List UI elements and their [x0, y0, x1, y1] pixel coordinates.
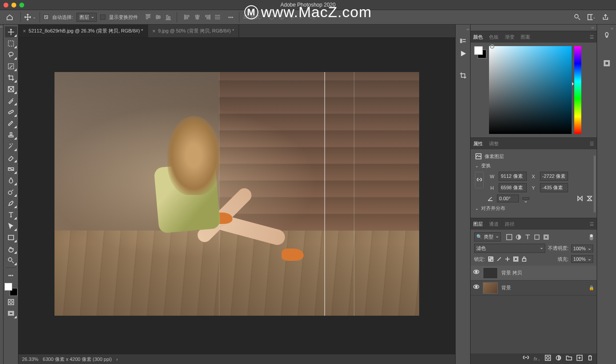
3d-zoom-button[interactable] — [307, 12, 317, 22]
hue-slider[interactable] — [574, 46, 581, 134]
zoom-window-button[interactable] — [19, 3, 24, 7]
quick-mask-button[interactable] — [5, 296, 17, 307]
edit-toolbar-button[interactable]: ••• — [5, 270, 17, 281]
tab-adjustments[interactable]: 调整 — [489, 141, 499, 147]
frame-tool[interactable] — [5, 83, 17, 94]
3d-orbit-button[interactable] — [267, 12, 276, 22]
crop-panel-icon[interactable] — [459, 71, 467, 80]
color-swatches-tool[interactable] — [4, 283, 18, 296]
filter-pixel-icon[interactable] — [506, 234, 512, 240]
layer-fx-button[interactable]: fx⌄ — [533, 356, 540, 361]
eraser-tool[interactable] — [5, 152, 17, 163]
layer-name[interactable]: 背景 拷贝 — [501, 270, 594, 276]
close-tab-icon[interactable]: × — [23, 28, 26, 34]
minimize-window-button[interactable] — [11, 3, 16, 7]
crop-tool[interactable] — [5, 72, 17, 83]
blur-tool[interactable] — [5, 175, 17, 186]
zoom-status[interactable]: 26.33% — [22, 357, 38, 362]
doc-info-chevron[interactable]: › — [116, 357, 118, 362]
new-layer-button[interactable] — [576, 355, 583, 363]
libraries-panel-icon[interactable] — [602, 59, 611, 68]
align-section-header[interactable]: 对齐并分布 — [475, 205, 592, 212]
lock-artboard-button[interactable] — [513, 256, 519, 262]
3d-slide-button[interactable] — [297, 12, 307, 22]
auto-select-checkbox[interactable]: ✓ — [43, 14, 49, 20]
lock-position-button[interactable] — [504, 256, 511, 262]
share-button[interactable] — [601, 13, 610, 22]
brush-tool[interactable] — [5, 118, 17, 129]
tab-layers[interactable]: 图层 — [473, 221, 483, 227]
actions-panel-icon[interactable] — [459, 49, 467, 58]
doc-info[interactable]: 6300 像素 x 4200 像素 (300 ppi) — [43, 356, 112, 363]
lock-all-button[interactable] — [521, 256, 527, 262]
type-tool[interactable] — [5, 209, 17, 220]
learn-panel-icon[interactable] — [602, 31, 611, 40]
close-tab-icon[interactable]: × — [152, 28, 156, 34]
height-field[interactable]: 6598 像素 — [499, 183, 527, 192]
auto-select-target-select[interactable]: 图层 — [76, 13, 97, 22]
angle-dropdown[interactable] — [522, 197, 529, 200]
move-tool-indicator[interactable]: ⌄ — [24, 14, 36, 21]
layer-mask-button[interactable] — [545, 355, 551, 363]
distribute-button[interactable] — [213, 12, 222, 22]
delete-layer-button[interactable] — [587, 355, 593, 363]
flip-h-icon[interactable] — [576, 195, 583, 202]
align-bottom-button[interactable] — [163, 12, 173, 22]
y-field[interactable]: -435 像素 — [540, 183, 568, 192]
link-wh-button[interactable] — [475, 172, 484, 188]
path-select-tool[interactable] — [5, 220, 17, 231]
shape-tool[interactable] — [5, 232, 17, 243]
align-hcenter-button[interactable] — [192, 12, 202, 22]
history-panel-icon[interactable] — [459, 36, 467, 45]
panel-scrollbar[interactable] — [594, 155, 596, 213]
layer-thumbnail[interactable] — [483, 267, 498, 279]
panel-menu-button[interactable]: ☰ — [590, 34, 594, 40]
panel-menu-button[interactable]: ☰ — [590, 221, 594, 227]
align-vcenter-button[interactable] — [153, 12, 163, 22]
filter-adjust-icon[interactable] — [515, 234, 522, 240]
show-transform-checkbox[interactable] — [100, 14, 105, 20]
filter-smart-icon[interactable] — [543, 234, 549, 240]
layer-filter-select[interactable]: 🔍 类型 — [474, 232, 501, 241]
quick-select-tool[interactable] — [5, 61, 17, 72]
move-tool[interactable] — [5, 26, 17, 37]
screen-mode-button[interactable] — [5, 308, 17, 319]
filter-shape-icon[interactable] — [534, 234, 540, 240]
tab-paths[interactable]: 路径 — [505, 221, 515, 227]
history-brush-tool[interactable] — [5, 141, 17, 151]
layer-row[interactable]: 背景 🔒 — [471, 281, 597, 296]
zoom-tool[interactable] — [5, 255, 17, 266]
close-window-button[interactable] — [4, 3, 8, 7]
new-group-button[interactable] — [566, 355, 572, 363]
tab-gradients[interactable]: 渐变 — [505, 34, 515, 40]
3d-roll-button[interactable] — [277, 12, 286, 22]
eyedropper-tool[interactable] — [5, 95, 17, 106]
more-align-button[interactable]: ••• — [226, 12, 236, 22]
angle-field[interactable]: 0.00° — [497, 195, 519, 202]
tab-properties[interactable]: 属性 — [473, 141, 483, 147]
layer-row[interactable]: 背景 拷贝 — [471, 266, 597, 281]
search-button[interactable] — [573, 13, 582, 22]
lasso-tool[interactable] — [5, 49, 17, 60]
document-tab[interactable]: ×9.jpg @ 50% (背景 拷贝, RGB/8#) * — [148, 25, 239, 37]
canvas-viewport[interactable] — [18, 38, 455, 354]
document-tab-active[interactable]: ×52112_8o629rhB.jpg @ 26.3% (背景 拷贝, RGB/… — [18, 25, 148, 37]
layer-thumbnail[interactable] — [483, 282, 498, 294]
flip-v-icon[interactable] — [586, 195, 592, 202]
stamp-tool[interactable] — [5, 129, 17, 140]
tab-color[interactable]: 颜色 — [473, 34, 483, 40]
link-layers-button[interactable] — [523, 355, 529, 363]
visibility-toggle[interactable] — [473, 284, 479, 292]
lock-icon[interactable]: 🔒 — [589, 285, 594, 290]
hand-tool[interactable] — [5, 243, 17, 254]
width-field[interactable]: 9112 像素 — [499, 172, 527, 181]
panel-menu-button[interactable]: ☰ — [590, 141, 594, 147]
lock-transparent-button[interactable] — [488, 256, 494, 262]
filter-type-icon[interactable] — [525, 234, 531, 240]
align-top-button[interactable] — [143, 12, 153, 22]
color-fg-bg-swatch[interactable] — [474, 46, 486, 58]
dodge-tool[interactable] — [5, 186, 17, 197]
align-left-button[interactable] — [182, 12, 192, 22]
marquee-tool[interactable] — [5, 38, 17, 49]
opacity-field[interactable]: 100% — [571, 245, 593, 252]
